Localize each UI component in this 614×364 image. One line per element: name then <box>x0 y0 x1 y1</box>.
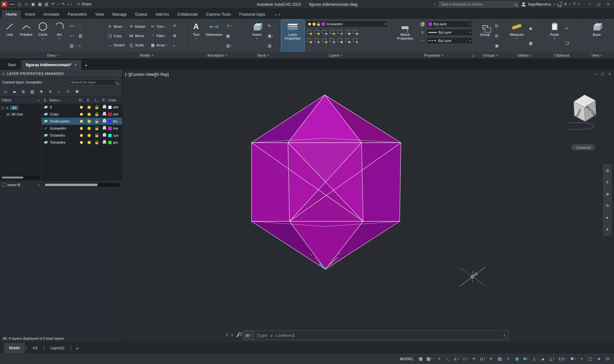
match-properties-button[interactable]: Match Properties <box>393 20 418 52</box>
invert-filter-checkbox[interactable] <box>2 183 5 186</box>
new-layer-icon[interactable]: ▤ <box>29 89 35 95</box>
quick-select-icon[interactable]: ◉ <box>528 25 533 32</box>
layer-color-swatch[interactable] <box>108 127 112 130</box>
layer-on-icon[interactable] <box>80 113 83 116</box>
dynamic-ucs-icon[interactable]: ⊥ ▾ <box>530 355 538 363</box>
layer-freeze-icon[interactable] <box>88 134 91 137</box>
layer-select-dropdown[interactable]: Icosaedro ▾ <box>306 20 387 28</box>
linetype-select[interactable]: ByLayer ▾ <box>427 37 473 44</box>
object-snap-tracking-icon[interactable]: ✛ ▾ <box>470 355 478 363</box>
new-layout-button[interactable]: + <box>73 345 82 351</box>
Model[interactable]: Model <box>4 343 25 353</box>
chevron-down-icon[interactable]: ▾ <box>384 23 386 26</box>
layer-name[interactable]: Octaedro <box>49 133 77 137</box>
command-input[interactable]: ▤▾ Type a command ∧ <box>243 330 508 340</box>
block-editor-icon[interactable]: ✎▾ <box>267 23 274 29</box>
layer-on-icon[interactable] <box>80 120 83 123</box>
layer-previous-icon[interactable] <box>353 30 358 35</box>
layer-name[interactable]: Cubo <box>49 112 77 116</box>
layer-lock-icon[interactable] <box>95 135 98 137</box>
collapse-invert-icon[interactable]: « <box>38 183 40 187</box>
restore-button[interactable]: □ <box>594 0 603 8</box>
chevron-down-icon[interactable]: ▾ <box>470 31 471 34</box>
layer-freeze-icon[interactable] <box>88 106 91 109</box>
region-icon[interactable]: ▧ <box>78 33 83 39</box>
clean-screen-icon[interactable]: ⊡ ▾ <box>604 355 611 363</box>
object-snap-icon[interactable]: ⊔ ▾ <box>479 355 486 363</box>
quick-calc-icon[interactable]: ▦ <box>528 40 533 46</box>
navbar-caret-icon[interactable]: ▾ <box>604 226 611 233</box>
Home[interactable]: Home <box>2 10 21 19</box>
ellipse-icon[interactable]: ○▾ <box>69 33 76 39</box>
group-selection-icon[interactable]: ▣ <box>494 43 499 49</box>
isolate-objects-icon[interactable]: ▢ ▾ <box>586 355 594 363</box>
ribbon-display-toggle[interactable]: ▭ ▾ <box>275 10 280 19</box>
linetype-icon[interactable]: ┄ <box>419 38 425 43</box>
user-menu-caret-icon[interactable]: ▾ <box>554 3 555 6</box>
polar-tracking-icon[interactable]: ∠ ▾ <box>453 355 460 363</box>
redo-caret-icon[interactable]: ▾ <box>67 1 70 7</box>
text-tool[interactable]: A Text ▾ <box>189 20 203 52</box>
column-name[interactable]: Name▴ <box>49 98 77 102</box>
refresh-icon[interactable]: ↻ <box>65 89 71 95</box>
annotation-scale-button[interactable]: 1:1 ▾ <box>556 355 568 363</box>
layer-color-swatch[interactable] <box>108 120 112 123</box>
icosahedron-solid[interactable] <box>251 95 401 269</box>
save-icon[interactable]: ▣ <box>30 1 36 7</box>
layer-plot-icon[interactable] <box>103 134 106 137</box>
layer-lock-icon[interactable] <box>95 142 98 144</box>
layer-color-swatch[interactable] <box>108 113 112 116</box>
layer-freeze-icon[interactable] <box>88 141 91 144</box>
block-panel-label[interactable]: Block▾ <box>247 52 280 59</box>
ungroup-icon[interactable]: ⊟ <box>494 23 499 29</box>
vp-thaw-icon[interactable] <box>338 38 343 43</box>
layer-row[interactable]: ✓ Dodecaedro blu <box>42 118 122 125</box>
autodesk-app-icon[interactable]: A <box>564 2 567 6</box>
new-file-icon[interactable]: ▢ <box>16 1 23 7</box>
layer-color-swatch[interactable] <box>108 141 112 144</box>
recent-commands-icon[interactable]: ▤▾ <box>243 331 254 340</box>
properties-dialog-launcher-icon[interactable]: ◿ <box>472 54 474 57</box>
layer-walk-icon[interactable] <box>353 38 358 43</box>
turn-all-layers-on-icon[interactable] <box>307 38 312 43</box>
draw-panel-label[interactable]: Draw▾ <box>0 52 105 59</box>
filters-horizontal-scrollbar[interactable] <box>1 176 40 179</box>
3d-object-snap-icon[interactable]: ⊕ ▾ <box>522 355 530 363</box>
line-tool[interactable]: Line ▾ <box>1 20 18 52</box>
layer-color-swatch[interactable] <box>108 134 112 137</box>
properties-panel-label[interactable]: Properties▾◿ <box>392 52 475 59</box>
command-close-icon[interactable]: × <box>231 333 233 337</box>
insert-block-button[interactable]: Insert ▾ <box>248 20 266 52</box>
mirror-tool[interactable]: ⋈ Mirror ▾ <box>128 32 150 40</box>
cart-icon[interactable] <box>557 3 562 6</box>
snap-mode-icon[interactable]: ▩ ▾ <box>426 355 433 363</box>
autocad-logo[interactable]: A <box>1 2 7 7</box>
search-expand-icon[interactable]: ▸ <box>435 3 436 6</box>
new-property-filter-icon[interactable]: ▱ <box>3 89 8 95</box>
delete-layer-icon[interactable]: ✕ <box>47 89 53 95</box>
fade-icon[interactable]: ≈ <box>172 43 177 49</box>
palette-header[interactable]: ≡ LAYER PROPERTIES MANAGER <box>0 70 122 77</box>
layer-plot-icon[interactable] <box>103 113 106 115</box>
chevron-down-icon[interactable]: ▾ <box>470 23 471 26</box>
layer-freeze-icon[interactable] <box>88 113 91 116</box>
Featured Apps[interactable]: Featured Apps <box>235 10 269 19</box>
selection-cycling-icon[interactable]: ▣ ▾ <box>513 355 521 363</box>
help-caret-icon[interactable]: ▾ <box>578 3 579 6</box>
polyline-tool[interactable]: Polyline ▾ <box>18 20 35 52</box>
Annotate[interactable]: Annotate <box>39 10 64 19</box>
explode-icon[interactable]: ⊠ <box>172 33 177 39</box>
command-customize-icon[interactable] <box>236 333 240 337</box>
A3[interactable]: A3 <box>28 343 43 353</box>
erase-icon[interactable]: ✐ <box>172 23 177 29</box>
column-plot[interactable]: P.. <box>100 98 108 102</box>
redo-icon[interactable]: ↷ <box>60 1 67 7</box>
model-space-canvas[interactable]: X Y <box>123 70 614 343</box>
graphics-performance-icon[interactable]: ■ ▾ <box>595 355 603 363</box>
lineweight-display-icon[interactable]: ≡ ▾ <box>487 355 495 363</box>
open-folder-icon[interactable]: ▱ <box>23 1 30 7</box>
modify-panel-label[interactable]: Modify▾ <box>106 52 187 59</box>
unlock-layer-icon[interactable] <box>322 38 327 43</box>
pan-icon[interactable]: ✛ <box>604 178 611 186</box>
markup-icon[interactable]: ▤▾ <box>226 43 233 49</box>
